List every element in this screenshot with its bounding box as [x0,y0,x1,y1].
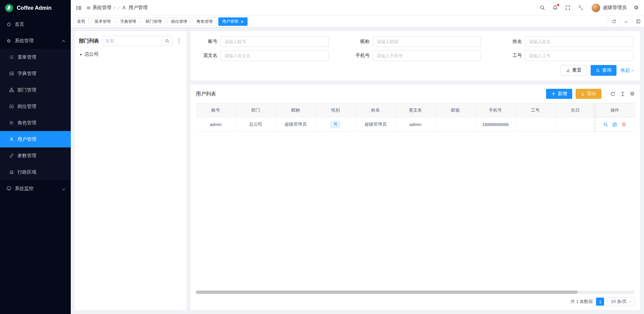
tab-label: 角色管理 [197,19,213,24]
layout-icon[interactable] [632,16,644,27]
dept-search-button[interactable] [162,36,172,46]
breadcrumb-separator [118,5,119,10]
column-settings-icon[interactable] [620,91,625,97]
sidebar-item-menu-management[interactable]: 菜单管理 [0,49,71,65]
nickname-input[interactable] [373,36,481,47]
breadcrumb-system[interactable]: 系统管理 [87,5,115,11]
tab-options-chevron-icon[interactable] [620,16,632,27]
user-name: 超级管理员 [603,5,627,11]
main-area: 系统管理 用户管理 [71,0,644,314]
cell-email [436,117,476,131]
sidebar-item-label: 首页 [15,21,24,27]
sidebar: Coffee Admin 首页 系统管理 菜单管理 [0,0,71,314]
page-size-value: 10 条/页 [611,299,627,305]
coffee-logo-icon [5,4,13,12]
refresh-icon[interactable] [608,16,620,27]
delete-icon[interactable] [621,122,626,127]
column-header: 工号 [516,104,555,117]
sidebar-item-user-management[interactable]: 用户管理 [0,131,71,147]
sidebar-item-dept-management[interactable]: 部门管理 [0,82,71,98]
sidebar-item-post-management[interactable]: 岗位管理 [0,98,71,115]
job-no-input[interactable] [525,50,633,61]
search-icon[interactable] [540,5,545,10]
topbar: 系统管理 用户管理 [71,0,644,16]
horizontal-scrollbar[interactable] [196,291,635,294]
dictionary-icon [9,71,14,76]
app-logo[interactable]: Coffee Admin [0,0,71,16]
tab-post-management[interactable]: 岗位管理 [167,17,191,26]
table-gear-icon[interactable] [630,91,635,97]
app-root: Coffee Admin 首页 系统管理 菜单管理 [0,0,644,314]
sidebar-item-label: 系统监控 [15,186,34,192]
pagination-total: 共 1 条数据 [571,299,593,305]
account-input[interactable] [221,36,329,47]
field-label: 昵称 [347,39,370,45]
user-menu[interactable]: 超级管理员 [591,3,627,12]
home-icon [6,22,11,27]
person-icon [122,5,126,10]
tab-home[interactable]: 首页 [73,17,89,26]
field-nickname: 昵称 [347,36,481,47]
phone-input[interactable] [373,50,481,61]
query-label: 查询 [602,67,611,73]
table-toolbar: 新增 导出 [546,89,635,99]
tree-node-root[interactable]: 总公司 [79,51,182,58]
tab-role-management[interactable]: 角色管理 [193,17,216,26]
sidebar-item-admin-region[interactable]: 行政区域 [0,164,71,180]
gear-icon [87,6,91,10]
tab-close-icon[interactable] [240,19,244,24]
sidebar-item-home[interactable]: 首页 [0,16,71,33]
breadcrumb-label: 系统管理 [93,5,111,11]
column-header: 性别 [316,104,356,117]
fullscreen-icon[interactable] [565,5,571,10]
add-user-button[interactable]: 新增 [546,89,572,99]
collapse-link[interactable]: 收起 [621,67,633,73]
sidebar-item-label: 系统管理 [15,38,34,44]
breadcrumb: 系统管理 用户管理 [87,5,147,11]
tab-label: 用户管理 [222,19,238,24]
view-icon[interactable] [603,122,608,127]
dept-tree: 总公司 [79,51,182,58]
link-icon [9,153,14,158]
chevron-down-icon [113,6,115,8]
sidebar-item-role-management[interactable]: 角色管理 [0,115,71,131]
name-input[interactable] [525,36,633,47]
translate-icon[interactable]: 文A [578,5,584,11]
more-vertical-icon[interactable] [176,38,182,44]
table-row: admin 总公司 超级管理员 男 超级管理员 admin 1888888888… [196,117,635,132]
tree-node-label: 总公司 [85,51,99,57]
breadcrumb-user-management[interactable]: 用户管理 [122,5,147,11]
edit-icon[interactable] [612,122,617,127]
settings-gear-icon[interactable] [634,5,639,10]
tab-menu-management[interactable]: 菜单管理 [91,17,114,26]
tab-user-management[interactable]: 用户管理 [218,17,248,26]
column-header: 手机号 [476,104,516,117]
notification-bell-icon[interactable] [552,5,558,10]
cell-phone: 18888888888 [476,117,516,131]
query-button[interactable]: 查询 [591,65,616,76]
tab-dict-management[interactable]: 字典管理 [116,17,140,26]
sidebar-item-param-management[interactable]: 参数管理 [0,147,71,164]
reset-button[interactable]: 重置 [561,65,587,76]
en-name-input[interactable] [221,50,329,61]
table-title: 用户列表 [196,91,216,97]
tree-caret-icon[interactable] [80,52,82,56]
page-size-select[interactable]: 10 条/页 [607,297,635,306]
sidebar-item-system-management[interactable]: 系统管理 [0,33,71,49]
sidebar-item-label: 字典管理 [17,71,36,77]
dept-search-input[interactable] [102,36,162,46]
sidebar-item-dict-management[interactable]: 字典管理 [0,65,71,82]
refresh-icon[interactable] [610,91,615,97]
tab-dept-management[interactable]: 部门管理 [142,17,165,26]
menu-fold-icon[interactable] [76,5,82,11]
sidebar-item-system-monitor[interactable]: 系统监控 [0,180,71,197]
cell-en-name: admin [395,117,435,131]
export-button[interactable]: 导出 [576,89,601,99]
sidebar-item-label: 行政区域 [17,169,36,175]
scrollbar-thumb[interactable] [196,291,578,294]
sidebar-item-label: 岗位管理 [17,104,36,110]
filter-card: 账号 昵称 姓名 英文名 [191,31,640,80]
org-tree-icon [9,87,14,92]
page-button[interactable]: 1 [596,298,604,306]
user-icon [9,137,14,142]
